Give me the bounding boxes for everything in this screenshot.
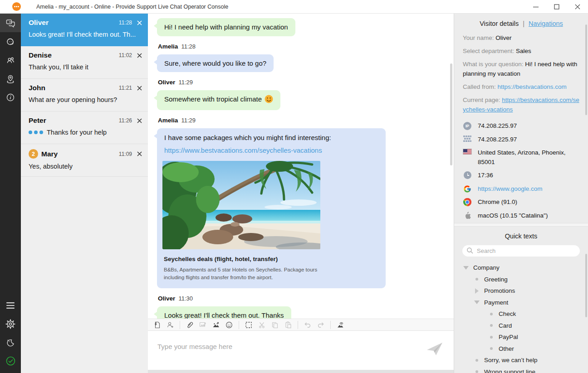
tree-node-check[interactable]: Check	[461, 308, 581, 320]
chat-time: 11:09	[119, 151, 132, 157]
message-meta: Oliver 11:29	[158, 79, 445, 86]
chat-list-item-denise[interactable]: Denise 11:02 Thank you, I'll take it	[21, 46, 148, 79]
tab-navigations[interactable]: Navigations	[529, 20, 563, 27]
link-preview-title: Seychelles deals (flight, hotel, transfe…	[164, 255, 378, 263]
chat-time: 11:21	[119, 85, 132, 91]
close-chat-icon[interactable]	[137, 118, 142, 123]
chat-time: 11:28	[119, 19, 132, 26]
tree-node-payment[interactable]: Payment	[461, 297, 581, 309]
sidebar-status-online-icon[interactable]	[0, 352, 21, 370]
field-current-page: Current page: https://bestvacations.com/…	[463, 95, 580, 115]
image-preview-icon[interactable]	[335, 320, 346, 330]
tree-node-sorry[interactable]: Sorry, we can’t help	[461, 354, 581, 366]
message-input[interactable]	[148, 331, 454, 370]
package-link[interactable]: https://www.bestvacations.com/seychelles…	[164, 146, 378, 155]
chat-list-item-peter[interactable]: Peter 11:26 Thanks for your help	[21, 111, 148, 144]
tree-node-paypal[interactable]: PayPal	[461, 331, 581, 343]
field-department: Select department: Sales	[463, 46, 580, 56]
select-area-icon[interactable]	[243, 320, 254, 330]
sidebar-menu-icon[interactable]	[0, 296, 21, 315]
operator-message-bubble: I have some packages which you might fin…	[157, 128, 386, 288]
leaf-bullet-icon	[475, 359, 478, 362]
chat-preview: Yes, absolutely	[29, 163, 142, 170]
operator-message-bubble: Sure, where would you like to go?	[157, 54, 274, 73]
tree-node-card[interactable]: Card	[461, 320, 581, 332]
chat-list-item-oliver[interactable]: Oliver 11:28 Looks great! I'll check the…	[21, 14, 148, 46]
close-chat-icon[interactable]	[137, 53, 142, 58]
message-meta: Amelia 11:29	[158, 117, 445, 124]
sidebar-location-icon[interactable]	[0, 69, 21, 88]
screenshot-icon[interactable]	[211, 320, 221, 330]
sidebar-info-icon[interactable]	[0, 88, 21, 107]
info-row-location: United States, Arizona, Phoenix, 85001	[463, 148, 580, 167]
ip-badge-icon: IP	[463, 122, 471, 130]
chat-list-item-mary[interactable]: 2 Mary 11:09 Yes, absolutely	[21, 144, 148, 177]
invite-operator-icon[interactable]	[165, 320, 176, 330]
tab-visitor-details[interactable]: Visitor details	[480, 20, 519, 27]
left-sidebar	[0, 14, 21, 373]
leaf-bullet-icon	[490, 324, 493, 327]
emoji-icon[interactable]	[224, 320, 235, 330]
sidebar-settings-gear-icon[interactable]	[0, 315, 21, 333]
undo-icon[interactable]	[302, 320, 313, 330]
maximize-button[interactable]	[554, 4, 560, 10]
close-chat-icon[interactable]	[137, 151, 142, 156]
panel-divider	[454, 223, 588, 227]
tree-node-company[interactable]: Company	[461, 262, 581, 274]
send-message-icon[interactable]	[426, 341, 444, 357]
expanded-triangle-icon[interactable]	[474, 300, 480, 304]
message-input-area	[148, 331, 454, 370]
chat-list: Oliver 11:28 Looks great! I'll check the…	[21, 14, 148, 373]
push-image-icon[interactable]	[197, 320, 208, 330]
close-chat-icon[interactable]	[137, 20, 142, 25]
quick-texts-icon[interactable]	[152, 320, 162, 330]
message-history[interactable]: Hi! I need help with planning my vacatio…	[148, 14, 454, 319]
chat-time: 11:26	[119, 117, 132, 124]
message-meta: Oliver 11:30	[158, 295, 445, 302]
chat-name: Peter	[29, 116, 119, 125]
google-icon	[463, 185, 472, 193]
chat-preview: Looks great! I'll check them out. Th...	[29, 31, 142, 38]
quick-texts-scrollbar[interactable]	[585, 254, 587, 317]
close-button[interactable]	[574, 4, 581, 10]
message-meta: Amelia 11:28	[158, 43, 445, 50]
paste-icon[interactable]	[283, 320, 294, 330]
details-scrollbar[interactable]	[585, 24, 587, 115]
conversation-scrollbar[interactable]	[450, 63, 452, 165]
field-your-name: Your name: Oliver	[463, 33, 580, 43]
close-chat-icon[interactable]	[137, 86, 142, 91]
cut-icon[interactable]	[256, 320, 267, 330]
chat-name: John	[29, 84, 119, 92]
tree-node-wrong-line[interactable]: Wrong support line	[461, 366, 581, 373]
sidebar-operator-headset-icon[interactable]	[0, 32, 21, 51]
expanded-triangle-icon[interactable]	[463, 266, 469, 270]
chat-list-item-john[interactable]: John 11:21 What are your opening hours?	[21, 79, 148, 111]
sidebar-chats-icon[interactable]	[0, 14, 21, 32]
sidebar-visitors-icon[interactable]	[0, 51, 21, 69]
tree-node-other[interactable]: Other	[461, 343, 581, 355]
attach-file-icon[interactable]	[184, 320, 195, 330]
info-row-referrer: https://www.google.com	[463, 184, 580, 194]
seychelles-beach-photo[interactable]	[162, 161, 320, 249]
chat-name: 2 Mary	[29, 149, 119, 159]
redo-icon[interactable]	[315, 320, 326, 330]
visitor-details-section: Visitor details | Navigations Your name:…	[454, 14, 588, 223]
sidebar-moon-stars-icon[interactable]	[0, 333, 21, 352]
collapsed-triangle-icon[interactable]	[475, 288, 479, 294]
minimize-button[interactable]	[533, 4, 539, 10]
leaf-bullet-icon	[475, 278, 478, 281]
leaf-bullet-icon	[490, 347, 493, 350]
quick-texts-title: Quick texts	[461, 233, 581, 240]
tree-node-greeting[interactable]: Greeting	[461, 274, 581, 286]
info-row-browser: Chrome (91.0)	[463, 198, 580, 207]
search-icon	[466, 247, 474, 256]
chrome-icon	[463, 198, 472, 206]
referrer-link[interactable]: https://www.google.com	[478, 184, 580, 194]
chat-preview: What are your opening hours?	[29, 96, 142, 103]
tree-node-promotions[interactable]: Promotions	[461, 285, 581, 297]
window-title: Amelia - my_account - Online - Provide S…	[36, 4, 228, 10]
called-from-link[interactable]: https://bestvacations.com	[498, 83, 567, 90]
copy-icon[interactable]	[270, 320, 280, 330]
quick-texts-search-input[interactable]	[462, 245, 580, 257]
info-row-host: 74.208.225.97	[463, 135, 580, 145]
